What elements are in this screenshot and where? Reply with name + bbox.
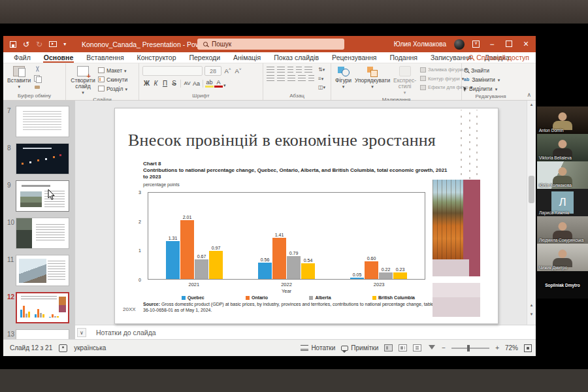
- thumbnail-collapse-icon[interactable]: [77, 328, 86, 337]
- bullets-icon[interactable]: [267, 67, 274, 73]
- slide-thumbnail-8[interactable]: [16, 143, 69, 174]
- copy-icon[interactable]: [34, 75, 41, 82]
- zoom-slider-thumb[interactable]: [467, 345, 470, 351]
- character-spacing-icon[interactable]: AV: [183, 80, 191, 88]
- slide-thumbnail-11[interactable]: [16, 255, 69, 286]
- notes-toggle[interactable]: Нотатки: [301, 344, 335, 351]
- grow-font-icon[interactable]: A˄: [223, 67, 232, 74]
- menu-tab-1[interactable]: Основне: [37, 52, 80, 63]
- format-painter-icon[interactable]: [34, 84, 41, 91]
- slide-title[interactable]: Внесок провінцій в економічне зростання: [128, 131, 484, 150]
- slide-thumbnail-9[interactable]: [16, 180, 69, 212]
- menu-tab-2[interactable]: Вставлення: [80, 52, 130, 63]
- undo-icon[interactable]: [23, 41, 29, 48]
- cut-icon[interactable]: [34, 66, 41, 73]
- zoom-slider[interactable]: [451, 348, 489, 349]
- slide-thumbnail-7[interactable]: [16, 106, 69, 137]
- start-slideshow-icon[interactable]: [49, 41, 57, 47]
- align-left-icon[interactable]: [267, 75, 274, 81]
- slide-thumbnail-13[interactable]: [16, 329, 69, 339]
- slideshow-view-icon[interactable]: [427, 344, 436, 351]
- account-avatar[interactable]: [454, 39, 465, 50]
- collapse-ribbon-icon[interactable]: [527, 91, 531, 98]
- line-spacing-icon[interactable]: [304, 67, 312, 73]
- menu-tab-8[interactable]: Подання: [384, 52, 424, 63]
- zoom-in-icon[interactable]: [495, 344, 499, 351]
- notes-placeholder[interactable]: Нотатки до слайда: [96, 329, 156, 336]
- participant-tile-4[interactable]: ЛЛариса Хижняк: [537, 189, 588, 216]
- menu-tab-6[interactable]: Показ слайдів: [267, 52, 325, 63]
- thumbnail-panel[interactable]: 78910111213: [3, 101, 75, 339]
- fit-to-window-icon[interactable]: [524, 344, 532, 352]
- italic-button[interactable]: К: [152, 80, 160, 88]
- next-slide-icon[interactable]: [527, 312, 536, 317]
- menu-tab-0[interactable]: Файл: [7, 52, 37, 63]
- slide-sorter-view-icon[interactable]: [399, 344, 407, 351]
- share-button[interactable]: Спільний доступ: [467, 52, 529, 63]
- increase-indent-icon[interactable]: [296, 67, 302, 73]
- participant-tile-1[interactable]: Anton Domin: [537, 106, 588, 134]
- reading-view-icon[interactable]: [413, 344, 421, 351]
- scrollbar-thumb[interactable]: [529, 176, 534, 203]
- accessibility-icon[interactable]: [59, 344, 67, 352]
- new-slide-button[interactable]: Створити слайд: [68, 65, 98, 96]
- restore-button[interactable]: [504, 41, 514, 48]
- normal-view-icon[interactable]: [384, 344, 393, 351]
- shrink-font-icon[interactable]: A˅: [234, 67, 242, 74]
- slide-thumbnail-10[interactable]: [16, 218, 69, 249]
- menu-tab-5[interactable]: Анімація: [227, 52, 267, 63]
- font-name-input[interactable]: [142, 66, 203, 76]
- customize-toolbar-icon[interactable]: [63, 41, 66, 47]
- comments-toggle[interactable]: Примітки: [341, 344, 378, 351]
- font-color-icon[interactable]: A: [214, 80, 223, 88]
- font-color-dropdown-icon[interactable]: [223, 78, 226, 90]
- justify-icon[interactable]: [298, 75, 306, 81]
- minimize-button[interactable]: [487, 41, 497, 48]
- layout-button[interactable]: Макет: [98, 66, 127, 74]
- underline-button[interactable]: П: [161, 80, 169, 88]
- menu-tab-7[interactable]: Рецензування: [325, 52, 383, 63]
- decrease-indent-icon[interactable]: [287, 67, 293, 73]
- replace-button[interactable]: abЗамінити: [464, 75, 500, 84]
- paste-button[interactable]: Вставити: [5, 65, 33, 90]
- zoom-out-icon[interactable]: [442, 344, 446, 351]
- close-button[interactable]: [521, 40, 531, 48]
- align-center-icon[interactable]: [277, 75, 285, 81]
- strikethrough-button[interactable]: S: [170, 80, 178, 88]
- search-input[interactable]: Пошук: [197, 39, 344, 50]
- chart-label[interactable]: Chart 8: [143, 161, 161, 167]
- bold-button[interactable]: Ж: [142, 80, 151, 88]
- change-case-icon[interactable]: Aa: [192, 80, 201, 88]
- ribbon-display-options-icon[interactable]: [472, 41, 480, 48]
- arrange-button[interactable]: Упорядкувати: [353, 65, 391, 90]
- participant-tile-7[interactable]: Sopilniak Dmytro: [537, 271, 588, 299]
- text-direction-icon[interactable]: ⇅: [318, 67, 325, 73]
- slide-canvas[interactable]: Внесок провінцій в економічне зростання …: [114, 108, 498, 324]
- find-button[interactable]: Знайти: [464, 66, 500, 74]
- reset-button[interactable]: Скинути: [98, 75, 127, 84]
- shapes-button[interactable]: Фігури: [333, 65, 353, 90]
- participant-tile-2[interactable]: Viktoria Belialeva: [537, 134, 588, 161]
- columns-icon[interactable]: [308, 75, 314, 81]
- previous-slide-icon[interactable]: [527, 302, 536, 308]
- text-highlight-icon[interactable]: ab: [205, 80, 214, 88]
- select-button[interactable]: Виділити: [464, 84, 500, 93]
- font-size-input[interactable]: 28: [204, 66, 221, 76]
- participant-tile-6[interactable]: Чижик Дмитро: [537, 244, 588, 271]
- menu-tab-4[interactable]: Переходи: [182, 52, 227, 63]
- section-button[interactable]: Розділ: [98, 84, 127, 93]
- language-indicator[interactable]: українська: [74, 344, 106, 351]
- align-right-icon[interactable]: [287, 75, 295, 81]
- save-icon[interactable]: [10, 41, 16, 48]
- participant-tile-5[interactable]: Людмила Сокурянська: [537, 216, 588, 244]
- slide-thumbnail-12[interactable]: [16, 292, 69, 323]
- menu-tab-3[interactable]: Конструктор: [131, 52, 183, 63]
- notes-bar[interactable]: Нотатки до слайда: [75, 325, 536, 339]
- numbering-icon[interactable]: [277, 67, 285, 73]
- align-text-icon[interactable]: ≡: [318, 76, 325, 82]
- zoom-level[interactable]: 72%: [505, 344, 518, 351]
- vertical-scrollbar[interactable]: [527, 101, 536, 325]
- account-name[interactable]: Юлия Холмакова: [394, 41, 446, 48]
- chart-heading[interactable]: Contributions to national percentage cha…: [143, 167, 449, 180]
- participant-tile-3[interactable]: Юлія Холмакова: [537, 161, 588, 189]
